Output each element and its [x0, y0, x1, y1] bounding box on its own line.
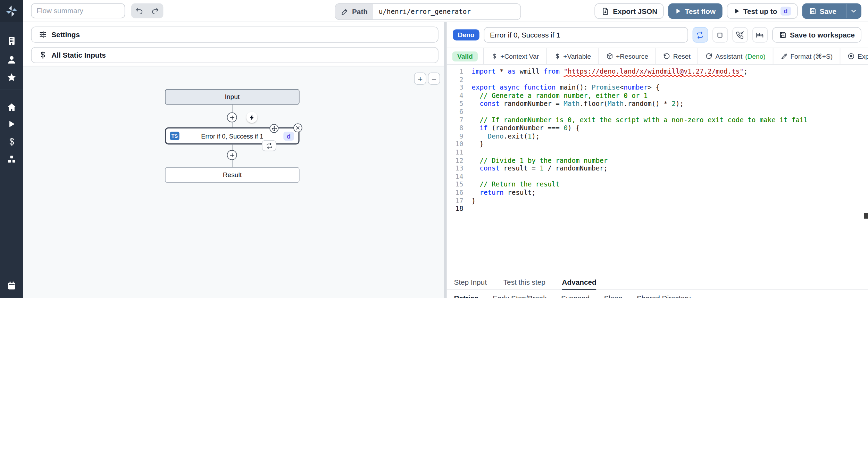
- windmill-flow-editor: ⚙ Path u/henri/error_generator Export JS…: [0, 0, 868, 298]
- runs-play-icon[interactable]: [0, 117, 23, 131]
- play-icon: [675, 8, 682, 14]
- zoom-in-button[interactable]: +: [414, 73, 426, 85]
- sleep-button[interactable]: [752, 27, 768, 43]
- step-editor-header: Deno Save to workspace: [447, 22, 868, 48]
- tab-step-input[interactable]: Step Input: [454, 275, 487, 290]
- flow-summary-input[interactable]: [31, 3, 125, 18]
- code-line: 18: [447, 205, 868, 213]
- code-line: 14: [447, 173, 868, 181]
- assistant-button[interactable]: Assistant (Deno): [698, 48, 773, 64]
- format-button[interactable]: Format (⌘+S): [773, 48, 840, 64]
- save-to-workspace-button[interactable]: Save to workspace: [772, 27, 861, 43]
- editor-toolbar: Valid +Context Var +Variable +Resource R…: [447, 48, 868, 65]
- language-badge: Deno: [453, 30, 479, 41]
- tab-suspend[interactable]: Suspend: [561, 290, 590, 298]
- step-name-input[interactable]: [484, 27, 688, 43]
- flow-node-step[interactable]: TS Error if 0, Success if 1 d: [165, 127, 299, 144]
- editor-overview-cursor: [864, 213, 868, 219]
- home-icon[interactable]: [0, 100, 23, 115]
- tab-test-this-step[interactable]: Test this step: [503, 275, 545, 290]
- variables-dollar-icon[interactable]: [0, 134, 23, 149]
- flow-canvas[interactable]: + − Input TS Error if 0, Success if 1 d: [23, 66, 444, 298]
- resources-boxes-icon[interactable]: [0, 152, 23, 166]
- trigger-zap-icon[interactable]: [247, 112, 258, 123]
- path-edit-chip[interactable]: Path: [335, 4, 373, 19]
- add-context-var-button[interactable]: +Context Var: [483, 48, 546, 64]
- save-split-button: Save: [802, 3, 861, 19]
- flow-settings-row[interactable]: Settings: [31, 27, 438, 43]
- flow-node-input[interactable]: Input: [165, 89, 299, 105]
- suspend-approval-button[interactable]: [732, 27, 748, 43]
- delete-step-button[interactable]: [293, 124, 302, 133]
- all-static-inputs-row[interactable]: All Static Inputs: [31, 47, 438, 63]
- code-line: 8 if (randomNumber === 0) {: [447, 124, 868, 132]
- flow-edge: [232, 105, 233, 112]
- dollar-icon: [491, 53, 498, 59]
- test-up-to-button[interactable]: Test up to d: [727, 3, 798, 19]
- code-line: 1import * as wmill from "https://deno.la…: [447, 68, 868, 76]
- typescript-badge: TS: [170, 132, 179, 140]
- code-editor[interactable]: 1import * as wmill from "https://deno.la…: [447, 65, 868, 275]
- flow-node-result[interactable]: Result: [165, 167, 299, 183]
- workspace-icon[interactable]: [0, 34, 23, 48]
- sliders-icon: [39, 31, 47, 39]
- add-step-button[interactable]: [227, 112, 237, 123]
- sidebar: ⚙: [0, 0, 23, 298]
- reset-button[interactable]: Reset: [656, 48, 698, 64]
- redo-button[interactable]: [147, 3, 163, 18]
- retries-indicator-button[interactable]: [262, 140, 276, 151]
- move-step-button[interactable]: [269, 124, 278, 133]
- path-label: Path: [352, 8, 368, 16]
- add-variable-button[interactable]: +Variable: [546, 48, 598, 64]
- save-dropdown-button[interactable]: [846, 4, 861, 18]
- flow-edge: [232, 144, 233, 150]
- code-line: 6: [447, 108, 868, 116]
- sidebar-divider: [0, 90, 23, 90]
- explore-icon: [848, 52, 855, 60]
- tab-shared-directory[interactable]: Shared Directory: [637, 290, 691, 298]
- tab-sleep[interactable]: Sleep: [604, 290, 622, 298]
- tab-advanced[interactable]: Advanced: [562, 275, 596, 290]
- test-up-to-step-badge: d: [781, 7, 791, 16]
- early-stop-button[interactable]: [712, 27, 728, 43]
- save-button[interactable]: Save: [802, 4, 842, 18]
- tab-early-stop-break[interactable]: Early Stop/Break: [493, 290, 547, 298]
- schedules-calendar-icon[interactable]: [0, 278, 23, 293]
- export-json-button[interactable]: Export JSON: [595, 3, 664, 19]
- step-id-badge: d: [284, 132, 294, 141]
- flow-edge: [232, 160, 233, 167]
- windmill-logo[interactable]: [0, 0, 23, 22]
- flow-edge: [232, 122, 233, 127]
- code-line: 11: [447, 148, 868, 156]
- test-flow-button[interactable]: Test flow: [668, 3, 722, 19]
- code-line: 3export async function main(): Promise<n…: [447, 84, 868, 92]
- file-download-icon: [601, 7, 610, 15]
- explore-scripts-button[interactable]: Explore other s: [840, 48, 868, 64]
- user-icon[interactable]: [0, 52, 23, 67]
- add-resource-button[interactable]: +Resource: [598, 48, 656, 64]
- folders-icon[interactable]: [0, 295, 23, 298]
- undo-button[interactable]: [131, 3, 147, 18]
- step-tabs: Step InputTest this stepAdvanced: [447, 275, 868, 290]
- code-line: 2: [447, 76, 868, 84]
- add-step-button[interactable]: [227, 150, 237, 160]
- tab-retries[interactable]: Retries: [454, 290, 478, 298]
- path-value[interactable]: u/henri/error_generator: [373, 4, 520, 19]
- dollar-icon: [39, 51, 47, 59]
- panel-resize-handle[interactable]: [444, 22, 447, 298]
- advanced-subtabs: RetriesEarly Stop/BreakSuspendSleepShare…: [447, 290, 868, 298]
- topbar: Path u/henri/error_generator Export JSON…: [23, 0, 868, 22]
- dollar-icon: [554, 53, 560, 59]
- zoom-out-button[interactable]: −: [428, 73, 440, 85]
- undo-redo-group: [131, 3, 163, 18]
- code-line: 10 }: [447, 140, 868, 148]
- code-line: 12 // Divide 1 by the random number: [447, 156, 868, 164]
- refresh-icon: [706, 52, 713, 60]
- retries-toggle-button[interactable]: [692, 27, 708, 43]
- assistant-lang: (Deno): [745, 52, 765, 60]
- pencil-icon: [341, 8, 349, 15]
- code-line: 5 const randomNumber = Math.floor(Math.r…: [447, 100, 868, 108]
- favorites-star-icon[interactable]: [0, 70, 23, 84]
- reset-icon: [663, 52, 670, 60]
- play-icon: [733, 8, 740, 14]
